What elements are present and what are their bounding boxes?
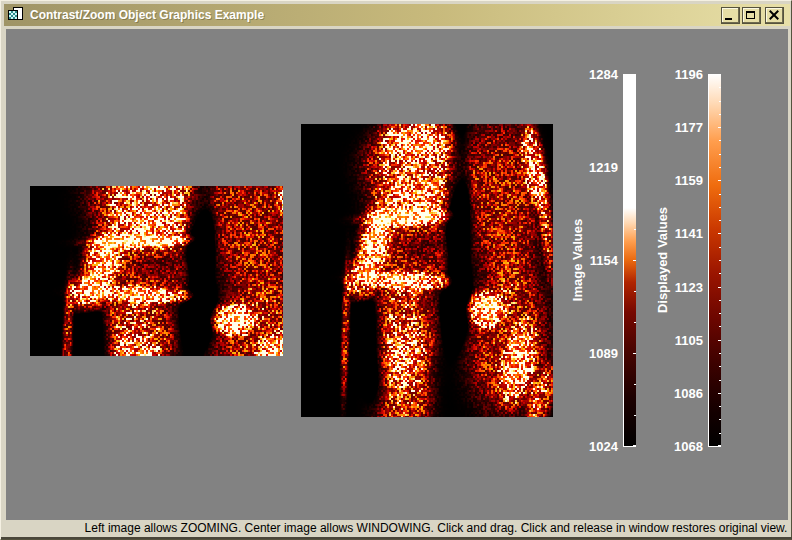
colorbar-minor-tick [719, 300, 721, 301]
colorbar-minor-tick [719, 220, 721, 221]
app-window: Contrast/Zoom Object Graphics Example 12… [0, 0, 792, 540]
colorbar-minor-tick [634, 136, 636, 137]
colorbar-tick-label: 1024 [589, 439, 618, 454]
colorbar-tick-label: 1089 [589, 346, 618, 361]
colorbar-tick-label: 1105 [675, 332, 703, 347]
colorbar-major-tick [718, 74, 721, 75]
app-icon-front-sheet [8, 10, 18, 20]
colorbar-minor-tick [634, 229, 636, 230]
title-bar[interactable]: Contrast/Zoom Object Graphics Example [4, 4, 790, 26]
colorbar-tick-label: 1177 [675, 120, 703, 135]
colorbar-tick-label: 1141 [675, 226, 703, 241]
colorbar-minor-tick [719, 140, 721, 141]
colorbar-tick-label: 1196 [675, 67, 703, 82]
maximize-button[interactable] [742, 7, 761, 24]
colorbar-minor-tick [719, 87, 721, 88]
colorbar-tick-label: 1219 [589, 160, 618, 175]
colorbar-minor-tick [719, 194, 721, 195]
colorbar-tick-label: 1154 [590, 253, 618, 268]
colorbar-axis-title: Displayed Values [655, 207, 670, 313]
close-button[interactable] [765, 7, 784, 24]
colorbar-major-tick [633, 445, 636, 446]
colorbar-tick-label: 1159 [675, 173, 703, 188]
colorbar-display [708, 74, 721, 447]
colorbar-minor-tick [719, 247, 721, 248]
window-bottom-edge [1, 537, 792, 539]
colorbar-minor-tick [719, 406, 721, 407]
colorbar-major-tick [633, 167, 636, 168]
colorbar-image [623, 74, 636, 447]
colorbar-minor-tick [634, 291, 636, 292]
colorbar-minor-tick [719, 353, 721, 354]
maximize-icon [746, 11, 755, 19]
mri-zoom-image[interactable] [30, 186, 283, 356]
minimize-button[interactable] [721, 7, 740, 24]
colorbar-major-tick [718, 445, 721, 446]
caption-buttons [721, 7, 784, 24]
colorbar-minor-tick [634, 322, 636, 323]
close-icon [769, 10, 779, 20]
colorbar-minor-tick [719, 101, 721, 102]
colorbar-tick-label: 1123 [675, 279, 703, 294]
mri-window-image[interactable] [301, 124, 553, 417]
colorbar-minor-tick [719, 419, 721, 420]
colorbar-major-tick [718, 287, 721, 288]
status-bar: Left image allows ZOOMING. Center image … [4, 520, 790, 537]
colorbar-major-tick [718, 233, 721, 234]
colorbar-minor-tick [719, 114, 721, 115]
colorbar-minor-tick [719, 366, 721, 367]
colorbar-minor-tick [719, 154, 721, 155]
colorbar-minor-tick [634, 415, 636, 416]
colorbar-axis-title: Image Values [570, 219, 585, 301]
colorbar-major-tick [633, 260, 636, 261]
colorbar-minor-tick [719, 380, 721, 381]
colorbar-major-tick [718, 393, 721, 394]
colorbar-major-tick [718, 180, 721, 181]
colorbar-major-tick [633, 353, 636, 354]
colorbar-minor-tick [719, 273, 721, 274]
colorbar-major-tick [718, 340, 721, 341]
colorbar-minor-tick [634, 105, 636, 106]
colorbar-minor-tick [719, 326, 721, 327]
colorbar-minor-tick [634, 384, 636, 385]
colorbar-major-tick [718, 127, 721, 128]
colorbar-minor-tick [719, 260, 721, 261]
window-title: Contrast/Zoom Object Graphics Example [30, 8, 721, 22]
colorbar-minor-tick [719, 433, 721, 434]
colorbar-minor-tick [719, 313, 721, 314]
client-area: 12841219115410891024Image Values11961177… [6, 29, 788, 520]
colorbar-tick-label: 1068 [674, 439, 703, 454]
colorbar-tick-label: 1086 [674, 385, 703, 400]
colorbar-minor-tick [719, 207, 721, 208]
app-icon[interactable] [8, 7, 24, 23]
minimize-icon [725, 18, 732, 20]
colorbar-tick-label: 1284 [589, 67, 618, 82]
colorbar-minor-tick [634, 198, 636, 199]
colorbar-major-tick [633, 74, 636, 75]
colorbar-minor-tick [719, 167, 721, 168]
